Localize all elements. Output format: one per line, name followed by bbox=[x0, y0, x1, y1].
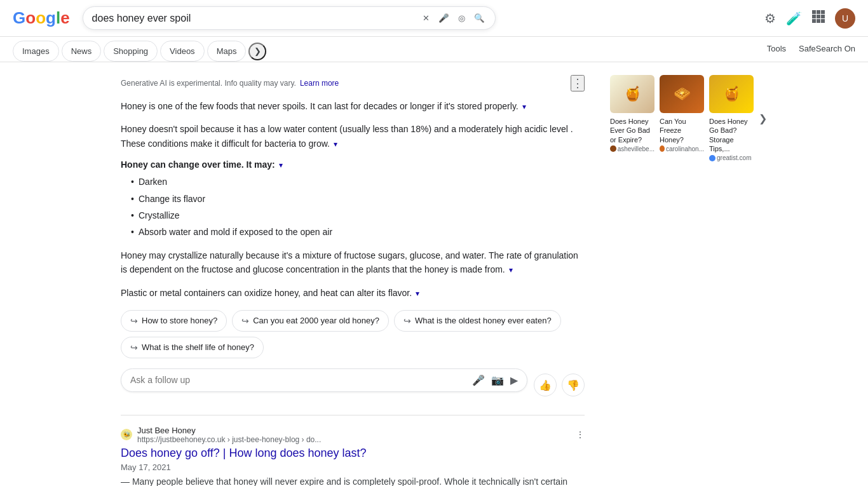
search-button[interactable]: 🔍 bbox=[473, 12, 486, 24]
search-result-item: 🐝 Just Bee Honey https://justbeehoney.co… bbox=[121, 426, 585, 486]
scroll-right-button[interactable]: ❯ bbox=[759, 75, 767, 161]
chip-3[interactable]: ↪ What is the shelf life of honey? bbox=[121, 337, 264, 358]
search-input[interactable] bbox=[92, 13, 421, 24]
svg-rect-8 bbox=[821, 19, 825, 23]
change-list: Darken Change its flavor Crystallize Abs… bbox=[131, 175, 585, 240]
followup-mic-button[interactable]: 🎤 bbox=[472, 374, 485, 386]
image-cards-row: 🍯 Does Honey Ever Go Bad or Expire? ashe… bbox=[610, 75, 750, 161]
expand-button-4[interactable]: ▾ bbox=[508, 266, 514, 274]
ai-paragraph-1: Honey is one of the few foods that never… bbox=[121, 99, 585, 113]
image-card-title-1: Can You Freeze Honey? bbox=[660, 117, 704, 144]
apps-button[interactable] bbox=[812, 10, 825, 26]
voice-icon: 🎤 bbox=[438, 13, 449, 23]
image-card-title-0: Does Honey Ever Go Bad or Expire? bbox=[610, 117, 654, 144]
image-thumbnail-0: 🍯 bbox=[610, 75, 654, 113]
nav-right: Tools SafeSearch On bbox=[767, 44, 855, 58]
image-card-1[interactable]: 🧇 Can You Freeze Honey? carolinahon... bbox=[660, 75, 704, 161]
camera-icon: 📷 bbox=[491, 375, 504, 386]
svg-rect-6 bbox=[812, 19, 816, 23]
ai-paragraph-2: Honey doesn't spoil because it has a low… bbox=[121, 122, 585, 151]
svg-rect-5 bbox=[821, 15, 825, 18]
result-title-link[interactable]: Does honey go off? | How long does honey… bbox=[121, 447, 585, 460]
expand-button-5[interactable]: ▾ bbox=[414, 289, 421, 298]
ai-notice-bar: Generative AI is experimental. Info qual… bbox=[121, 75, 585, 91]
chip-arrow-icon: ↪ bbox=[130, 316, 138, 326]
result-url: https://justbeehoney.co.uk › just-bee-ho… bbox=[137, 435, 321, 444]
result-favicon: 🐝 bbox=[121, 429, 132, 440]
search-bar-wrapper: ✕ 🎤 ◎ 🔍 bbox=[83, 6, 496, 30]
voice-search-button[interactable]: 🎤 bbox=[437, 12, 451, 24]
result-source-row: 🐝 Just Bee Honey https://justbeehoney.co… bbox=[121, 426, 585, 444]
image-thumbnail-2: 🍯 bbox=[709, 75, 754, 113]
ai-notice-left: Generative AI is experimental. Info qual… bbox=[121, 79, 339, 88]
image-card-source-0: ashevillebe... bbox=[610, 145, 654, 152]
followup-input[interactable] bbox=[130, 375, 472, 385]
learn-more-link[interactable]: Learn more bbox=[300, 79, 339, 88]
google-logo: Google bbox=[13, 8, 70, 28]
image-card-0[interactable]: 🍯 Does Honey Ever Go Bad or Expire? ashe… bbox=[610, 75, 654, 161]
ai-change-heading: Honey can change over time. It may: ▾ bbox=[121, 159, 585, 170]
chip-label: How to store honey? bbox=[142, 316, 217, 325]
more-vert-icon: ⋮ bbox=[572, 77, 583, 90]
chip-arrow-icon: ↪ bbox=[403, 316, 411, 326]
chip-arrow-icon: ↪ bbox=[130, 342, 138, 353]
image-card-title-2: Does Honey Go Bad? Storage Tips,... bbox=[709, 117, 754, 153]
thumbs-up-button[interactable]: 👍 bbox=[534, 374, 557, 396]
avatar[interactable]: U bbox=[835, 8, 855, 29]
content-right: 🍯 Does Honey Ever Go Bad or Expire? ashe… bbox=[610, 75, 750, 486]
tab-shopping[interactable]: Shopping bbox=[104, 41, 158, 62]
result-more-button[interactable]: ⋮ bbox=[576, 429, 585, 440]
more-tabs-button[interactable]: ❯ bbox=[248, 43, 266, 60]
chip-arrow-icon: ↪ bbox=[241, 316, 249, 326]
chevron-right-icon: ❯ bbox=[254, 46, 261, 56]
tools-button[interactable]: Tools bbox=[767, 44, 786, 58]
ai-answer-box: Generative AI is experimental. Info qual… bbox=[121, 75, 585, 402]
search-bar: ✕ 🎤 ◎ 🔍 bbox=[83, 6, 496, 30]
thumbs-down-button[interactable]: 👎 bbox=[562, 374, 585, 396]
list-item: Absorb water and mold if exposed to the … bbox=[131, 225, 585, 239]
image-card-source-1: carolinahon... bbox=[660, 145, 704, 152]
chip-2[interactable]: ↪ What is the oldest honey ever eaten? bbox=[394, 310, 561, 332]
followup-icons: 🎤 📷 ▶ bbox=[472, 374, 518, 386]
thumbs-up-icon: 👍 bbox=[539, 379, 552, 391]
nav-tabs: Images News Shopping Videos Maps ❯ Tools… bbox=[0, 37, 868, 62]
svg-rect-1 bbox=[817, 10, 820, 14]
header-right: ⚙ 🧪 U bbox=[764, 8, 855, 29]
clear-button[interactable]: ✕ bbox=[421, 12, 431, 24]
ai-notice-text: Generative AI is experimental. Info qual… bbox=[121, 79, 296, 88]
expand-button-2[interactable]: ▾ bbox=[332, 140, 339, 149]
expand-button-3[interactable]: ▾ bbox=[278, 161, 284, 170]
tab-videos[interactable]: Videos bbox=[160, 41, 205, 62]
chip-label: What is the shelf life of honey? bbox=[142, 342, 254, 352]
tab-maps[interactable]: Maps bbox=[207, 41, 247, 62]
list-item: Darken bbox=[131, 175, 585, 189]
thumbs-down-icon: 👎 bbox=[567, 379, 580, 391]
svg-rect-2 bbox=[821, 10, 825, 14]
chip-0[interactable]: ↪ How to store honey? bbox=[121, 310, 227, 332]
result-source-info: Just Bee Honey https://justbeehoney.co.u… bbox=[137, 426, 321, 444]
lens-search-button[interactable]: ◎ bbox=[457, 12, 466, 24]
settings-button[interactable]: ⚙ bbox=[764, 11, 776, 26]
chip-1[interactable]: ↪ Can you eat 2000 year old honey? bbox=[232, 310, 389, 332]
tab-images[interactable]: Images bbox=[13, 41, 59, 62]
followup-send-button[interactable]: ▶ bbox=[510, 374, 518, 386]
svg-rect-7 bbox=[817, 19, 820, 23]
mic-icon: 🎤 bbox=[472, 375, 485, 386]
image-card-2[interactable]: 🍯 Does Honey Go Bad? Storage Tips,... gr… bbox=[709, 75, 754, 161]
chip-label: Can you eat 2000 year old honey? bbox=[253, 316, 379, 325]
list-item: Crystallize bbox=[131, 208, 585, 222]
tab-news[interactable]: News bbox=[62, 41, 102, 62]
main-content: Generative AI is experimental. Info qual… bbox=[0, 62, 868, 486]
ai-more-button[interactable]: ⋮ bbox=[571, 75, 585, 91]
expand-button-1[interactable]: ▾ bbox=[521, 102, 527, 111]
followup-chips: ↪ How to store honey? ↪ Can you eat 2000… bbox=[121, 310, 585, 358]
search-icons: ✕ 🎤 ◎ 🔍 bbox=[421, 12, 486, 24]
feedback-row: 👍 👎 bbox=[534, 374, 585, 396]
chip-label: What is the oldest honey ever eaten? bbox=[415, 316, 552, 325]
send-icon: ▶ bbox=[510, 375, 518, 386]
labs-button[interactable]: 🧪 bbox=[786, 11, 802, 26]
result-date: May 17, 2021 bbox=[121, 462, 585, 472]
list-item: Change its flavor bbox=[131, 192, 585, 206]
followup-camera-button[interactable]: 📷 bbox=[491, 374, 504, 386]
header: Google ✕ 🎤 ◎ 🔍 ⚙ bbox=[0, 0, 868, 37]
